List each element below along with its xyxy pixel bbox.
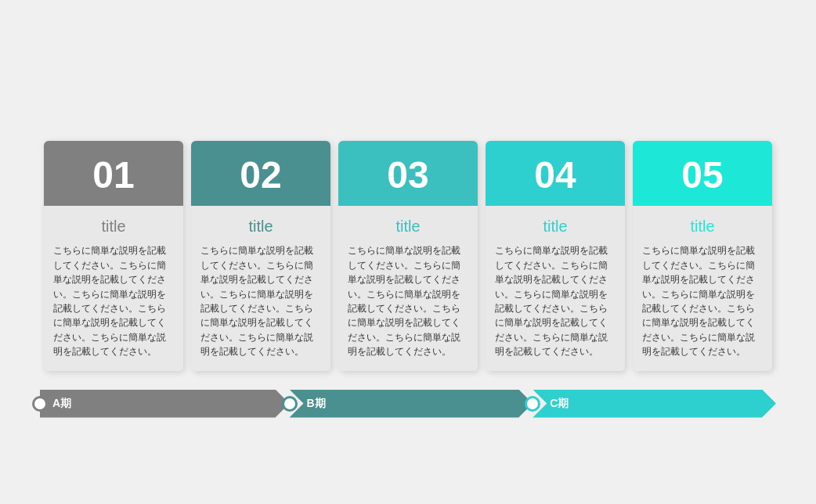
card-03-header: 03 [338,141,478,206]
card-01-body: title こちらに簡単な説明を記載してください。こちらに簡単な説明を記載してく… [44,206,183,370]
card-05-body: title こちらに簡単な説明を記載してください。こちらに簡単な説明を記載してく… [633,206,772,370]
card-04-number: 04 [493,157,617,194]
arrow-dot-c [525,396,540,412]
card-04-body: title こちらに簡単な説明を記載してください。こちらに簡単な説明を記載してく… [486,206,625,370]
card-04-title: title [495,218,616,236]
card-05-number: 05 [641,157,764,194]
infographic-container: 01 title こちらに簡単な説明を記載してください。こちらに簡単な説明を記載… [32,70,784,433]
card-02-number: 02 [199,157,323,194]
card-05: 05 title こちらに簡単な説明を記載してください。こちらに簡単な説明を記載… [633,141,772,370]
card-04: 04 title こちらに簡単な説明を記載してください。こちらに簡単な説明を記載… [486,141,625,370]
card-02-header: 02 [191,141,330,206]
timeline-segment-a: A期 [40,390,290,418]
card-02-title: title [200,218,321,236]
card-02-body: title こちらに簡単な説明を記載してください。こちらに簡単な説明を記載してく… [191,206,330,370]
card-01-number: 01 [52,157,175,194]
card-03-body: title こちらに簡単な説明を記載してください。こちらに簡単な説明を記載してく… [338,206,478,370]
card-01-title: title [53,218,174,236]
card-01: 01 title こちらに簡単な説明を記載してください。こちらに簡単な説明を記載… [44,141,183,370]
timeline-segment-c: C期 [533,390,776,418]
card-03-number: 03 [346,157,470,194]
timeline-row: A期 B期 C期 [40,390,776,418]
card-01-header: 01 [44,141,183,206]
card-01-text: こちらに簡単な説明を記載してください。こちらに簡単な説明を記載してください。こち… [53,243,174,358]
card-03-text: こちらに簡単な説明を記載してください。こちらに簡単な説明を記載してください。こち… [348,243,468,358]
card-03-title: title [348,218,468,236]
cards-row: 01 title こちらに簡単な説明を記載してください。こちらに簡単な説明を記載… [40,94,776,370]
card-03: 03 title こちらに簡単な説明を記載してください。こちらに簡単な説明を記載… [338,141,478,370]
card-05-text: こちらに簡単な説明を記載してください。こちらに簡単な説明を記載してください。こち… [642,243,763,358]
timeline-segment-b: B期 [290,390,533,418]
card-04-header: 04 [486,141,625,206]
arrow-shape-a [40,390,290,418]
arrow-shape-b [290,390,533,418]
card-05-header: 05 [633,141,772,206]
arrow-shape-c [533,390,776,418]
card-02-text: こちらに簡単な説明を記載してください。こちらに簡単な説明を記載してください。こち… [200,243,321,358]
card-04-text: こちらに簡単な説明を記載してください。こちらに簡単な説明を記載してください。こち… [495,243,616,358]
arrow-dot-a [32,396,48,412]
arrow-dot-b [282,396,298,412]
card-02: 02 title こちらに簡単な説明を記載してください。こちらに簡単な説明を記載… [191,141,330,370]
card-05-title: title [642,218,763,236]
